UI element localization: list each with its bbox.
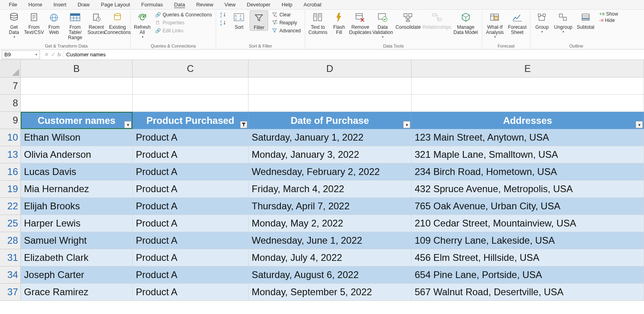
menu-insert[interactable]: Insert xyxy=(48,0,72,9)
cell-date[interactable]: Thursday, April 7, 2022 xyxy=(248,198,411,215)
cell-date[interactable]: Monday, July 4, 2022 xyxy=(248,249,411,266)
filter-dropdown-icon[interactable]: ▾ xyxy=(636,121,643,128)
refresh-all-button[interactable]: Refresh All▾ xyxy=(133,10,151,39)
cell-address[interactable]: 456 Elm Street, Hillside, USA xyxy=(411,249,644,266)
menu-review[interactable]: Review xyxy=(191,0,219,9)
row-header[interactable]: 7 xyxy=(0,78,21,95)
filter-dropdown-icon[interactable]: ▾ xyxy=(124,121,131,128)
row-header[interactable]: 10 xyxy=(0,129,21,146)
column-header-d[interactable]: D xyxy=(248,60,411,78)
enter-icon[interactable]: ✓ xyxy=(51,52,55,58)
cell-address[interactable]: 567 Walnut Road, Desertville, USA xyxy=(411,284,644,301)
filter-button[interactable]: Filter xyxy=(250,10,268,31)
queries-connections-button[interactable]: 🔗 Queries & Connections xyxy=(153,11,213,18)
table-header-customer-names[interactable]: Customer names ▾ xyxy=(21,112,133,129)
cell[interactable] xyxy=(133,78,248,95)
fx-icon[interactable]: fx xyxy=(58,52,61,58)
cell[interactable] xyxy=(411,95,644,112)
menu-formulas[interactable]: Formulas xyxy=(136,0,169,9)
column-header-e[interactable]: E xyxy=(411,60,644,78)
cell-product[interactable]: Product A xyxy=(133,284,248,301)
existing-connections-button[interactable]: Existing Connections xyxy=(107,10,128,35)
row-header[interactable]: 34 xyxy=(0,266,21,284)
name-box[interactable]: B9 ▾ xyxy=(2,50,40,59)
cell-customer-name[interactable]: Olivia Anderson xyxy=(21,146,133,163)
menu-view[interactable]: View xyxy=(219,0,241,9)
group-button[interactable]: Group▾ xyxy=(533,10,551,34)
cell-date[interactable]: Monday, January 3, 2022 xyxy=(248,146,411,163)
from-text-csv-button[interactable]: From Text/CSV xyxy=(25,10,43,35)
row-header[interactable]: 8 xyxy=(0,95,21,112)
show-detail-button[interactable]: +≡ Show xyxy=(599,11,618,17)
cell-address[interactable]: 321 Maple Lane, Smalltown, USA xyxy=(411,146,644,163)
cell[interactable] xyxy=(21,95,133,112)
cell-date[interactable]: Monday, September 5, 2022 xyxy=(248,284,411,301)
cell-address[interactable]: 109 Cherry Lane, Lakeside, USA xyxy=(411,232,644,249)
filter-dropdown-icon[interactable]: ▾ xyxy=(403,121,410,128)
menu-data[interactable]: Data xyxy=(169,0,191,9)
reapply-button[interactable]: Reapply xyxy=(270,19,302,26)
cell-customer-name[interactable]: Grace Ramirez xyxy=(21,284,133,301)
get-data-button[interactable]: Get Data▾ xyxy=(5,10,23,39)
cell[interactable] xyxy=(133,95,248,112)
cell-address[interactable]: 123 Main Street, Anytown, USA xyxy=(411,129,644,146)
subtotal-button[interactable]: Subtotal xyxy=(575,10,596,30)
cell-customer-name[interactable]: Mia Hernandez xyxy=(21,181,133,198)
column-header-c[interactable]: C xyxy=(133,60,248,78)
cell-customer-name[interactable]: Samuel Wright xyxy=(21,232,133,249)
row-header[interactable]: 16 xyxy=(0,163,21,181)
from-web-button[interactable]: From Web xyxy=(45,10,63,35)
cell-product[interactable]: Product A xyxy=(133,163,248,181)
cell-product[interactable]: Product A xyxy=(133,249,248,266)
ungroup-button[interactable]: Ungroup▾ xyxy=(553,10,574,34)
cell[interactable] xyxy=(21,78,133,95)
cell-date[interactable]: Monday, May 2, 2022 xyxy=(248,215,411,232)
forecast-sheet-button[interactable]: Forecast Sheet xyxy=(507,10,528,35)
cell-customer-name[interactable]: Harper Lewis xyxy=(21,215,133,232)
menu-developer[interactable]: Developer xyxy=(241,0,276,9)
remove-duplicates-button[interactable]: Remove Duplicates xyxy=(350,10,371,35)
cell-address[interactable]: 654 Pine Lane, Portside, USA xyxy=(411,266,644,284)
cell-date[interactable]: Saturday, August 6, 2022 xyxy=(248,266,411,284)
cell-product[interactable]: Product A xyxy=(133,146,248,163)
row-header[interactable]: 19 xyxy=(0,181,21,198)
cell-product[interactable]: Product A xyxy=(133,181,248,198)
sort-asc-button[interactable]: AZ xyxy=(219,11,228,18)
menu-acrobat[interactable]: Acrobat xyxy=(298,0,327,9)
table-header-date-of-purchase[interactable]: Date of Purchase ▾ xyxy=(248,112,411,129)
cell-date[interactable]: Wednesday, February 2, 2022 xyxy=(248,163,411,181)
row-header[interactable]: 22 xyxy=(0,198,21,215)
cancel-icon[interactable]: ✕ xyxy=(44,52,48,58)
cell[interactable] xyxy=(248,95,411,112)
menu-help[interactable]: Help xyxy=(276,0,298,9)
row-header[interactable]: 31 xyxy=(0,249,21,266)
cell-date[interactable]: Wednesday, June 1, 2022 xyxy=(248,232,411,249)
formula-input[interactable] xyxy=(64,51,644,58)
flash-fill-button[interactable]: Flash Fill xyxy=(330,10,348,35)
row-header[interactable]: 28 xyxy=(0,232,21,249)
what-if-button[interactable]: What-If Analysis▾ xyxy=(485,10,505,39)
cell-date[interactable]: Saturday, January 1, 2022 xyxy=(248,129,411,146)
menu-page-layout[interactable]: Page Layout xyxy=(95,0,136,9)
sort-desc-button[interactable]: ZA xyxy=(219,19,228,26)
cell-product[interactable]: Product A xyxy=(133,129,248,146)
cell-address[interactable]: 210 Cedar Street, Mountainview, USA xyxy=(411,215,644,232)
text-to-columns-button[interactable]: Text to Columns xyxy=(308,10,328,35)
advanced-filter-button[interactable]: Advanced xyxy=(270,27,302,34)
cell-address[interactable]: 234 Birch Road, Hometown, USA xyxy=(411,163,644,181)
consolidate-button[interactable]: Consolidate xyxy=(395,10,422,30)
from-table-range-button[interactable]: From Table/ Range xyxy=(65,10,85,40)
select-all-corner[interactable] xyxy=(0,60,21,78)
column-header-b[interactable]: B xyxy=(21,60,133,78)
row-header[interactable]: 9 xyxy=(0,112,21,129)
filter-active-icon[interactable] xyxy=(240,121,247,128)
table-header-product-purchased[interactable]: Product Purchased xyxy=(133,112,248,129)
cell-address[interactable]: 765 Oak Avenue, Urban City, USA xyxy=(411,198,644,215)
menu-draw[interactable]: Draw xyxy=(72,0,95,9)
cell-customer-name[interactable]: Ethan Wilson xyxy=(21,129,133,146)
row-header[interactable]: 25 xyxy=(0,215,21,232)
cell[interactable] xyxy=(248,78,411,95)
cell-product[interactable]: Product A xyxy=(133,266,248,284)
sort-button[interactable]: AZZA Sort xyxy=(230,10,248,30)
row-header[interactable]: 37 xyxy=(0,284,21,301)
